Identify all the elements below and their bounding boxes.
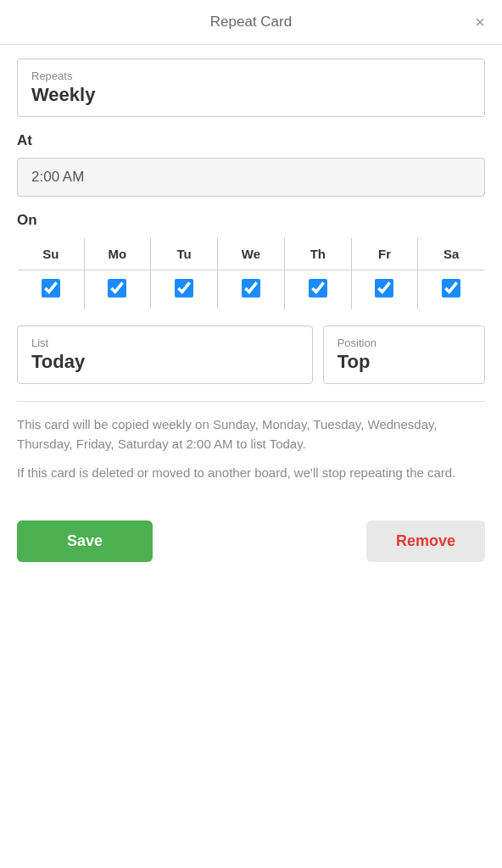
copy-description: This card will be copied weekly on Sunda… <box>17 415 485 453</box>
time-selector[interactable]: 2:00 AM <box>17 158 485 197</box>
repeat-card-modal: Repeat Card × Repeats Weekly At 2:00 AM … <box>0 0 502 582</box>
repeats-value: Weekly <box>31 84 471 106</box>
days-header-row: Su Mo Tu We Th Fr Sa <box>18 238 485 270</box>
day-cell-mo <box>84 270 151 310</box>
day-header-mo: Mo <box>84 238 151 270</box>
list-label: List <box>31 337 298 349</box>
modal-body: Repeats Weekly At 2:00 AM On Su Mo Tu We… <box>0 45 502 507</box>
day-cell-tu <box>151 270 218 310</box>
checkbox-th[interactable] <box>309 279 327 298</box>
checkbox-mo[interactable] <box>108 279 126 298</box>
position-selector[interactable]: Position Top <box>323 326 485 384</box>
footer-buttons: Save Remove <box>0 507 502 582</box>
checkbox-su[interactable] <box>42 279 60 298</box>
checkbox-tu[interactable] <box>175 279 193 298</box>
days-checkbox-row <box>18 270 485 310</box>
list-value: Today <box>31 351 298 373</box>
day-header-we: We <box>217 238 284 270</box>
position-value: Top <box>337 351 471 373</box>
position-label: Position <box>337 337 471 349</box>
day-cell-th <box>285 270 352 310</box>
day-cell-fr <box>351 270 418 310</box>
at-label: At <box>17 132 485 149</box>
checkbox-sa[interactable] <box>442 279 460 298</box>
day-cell-su <box>18 270 85 310</box>
day-header-fr: Fr <box>351 238 418 270</box>
day-header-th: Th <box>285 238 352 270</box>
checkbox-we[interactable] <box>242 279 260 298</box>
day-cell-we <box>217 270 284 310</box>
repeats-label: Repeats <box>31 70 471 82</box>
modal-title: Repeat Card <box>210 14 292 31</box>
section-divider <box>17 401 485 402</box>
repeats-selector[interactable]: Repeats Weekly <box>17 58 485 117</box>
bottom-selectors: List Today Position Top <box>17 326 485 384</box>
days-table: Su Mo Tu We Th Fr Sa <box>17 237 485 310</box>
on-label: On <box>17 212 485 229</box>
day-header-su: Su <box>18 238 85 270</box>
close-button[interactable]: × <box>475 14 485 31</box>
checkbox-fr[interactable] <box>375 279 393 298</box>
day-header-tu: Tu <box>151 238 218 270</box>
list-selector[interactable]: List Today <box>17 326 313 384</box>
save-button[interactable]: Save <box>17 520 153 562</box>
day-header-sa: Sa <box>418 238 485 270</box>
modal-header: Repeat Card × <box>0 0 502 45</box>
warning-description: If this card is deleted or moved to anot… <box>17 464 485 483</box>
remove-button[interactable]: Remove <box>366 520 485 562</box>
day-cell-sa <box>418 270 485 310</box>
days-section: On Su Mo Tu We Th Fr Sa <box>17 212 485 310</box>
